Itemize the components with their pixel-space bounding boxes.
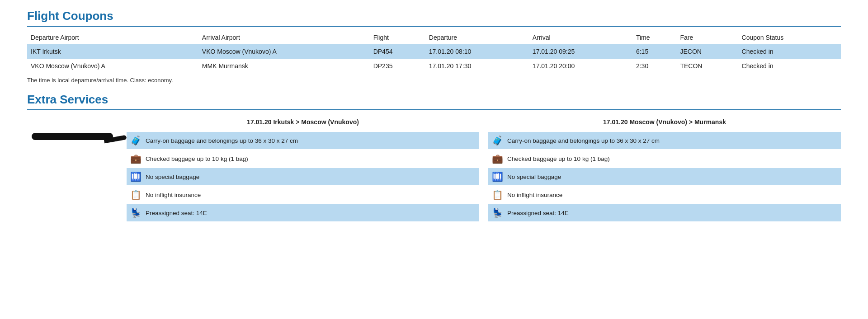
- service-row: 💼Checked baggage up to 10 kg (1 bag): [127, 150, 479, 167]
- service-column-1: 17.01.20 Moscow (Vnukovo) > Murmansk🧳Car…: [488, 115, 841, 222]
- service-text: No special baggage: [146, 174, 199, 180]
- col-time: Time: [632, 31, 677, 44]
- service-row: 📋No inflight insurance: [488, 186, 841, 203]
- flight-coupons-divider: [27, 26, 841, 27]
- col-flight: Flight: [370, 31, 425, 44]
- service-icon: 📋: [492, 189, 503, 200]
- service-icon: 💼: [492, 153, 503, 164]
- col-departure-airport: Departure Airport: [27, 31, 198, 44]
- flight-coupons-title: Flight Coupons: [27, 9, 841, 23]
- service-row: 🛄No special baggage: [488, 168, 841, 185]
- services-layout: 17.01.20 Irkutsk > Moscow (Vnukovo)🧳Carr…: [27, 115, 841, 222]
- service-row: 📋No inflight insurance: [127, 186, 479, 203]
- cell-6: JECON: [676, 44, 738, 59]
- service-col-header-0: 17.01.20 Irkutsk > Moscow (Vnukovo): [127, 115, 479, 129]
- cell-4: 17.01.20 20:00: [529, 59, 632, 73]
- service-icon: 💼: [130, 153, 141, 164]
- flight-coupons-table: Departure Airport Arrival Airport Flight…: [27, 31, 841, 73]
- service-icon: 📋: [130, 189, 141, 200]
- service-icon: 💺: [492, 207, 503, 218]
- service-column-0: 17.01.20 Irkutsk > Moscow (Vnukovo)🧳Carr…: [127, 115, 479, 222]
- table-row: VKO Moscow (Vnukovo) AMMK MurmanskDP2351…: [27, 59, 841, 73]
- service-text: No inflight insurance: [146, 192, 201, 198]
- service-row: 🧳Carry-on baggage and belongings up to 3…: [127, 132, 479, 149]
- redacted-name: [32, 133, 113, 140]
- service-text: Carry-on baggage and belongings up to 36…: [146, 137, 298, 144]
- extra-services-title: Extra Services: [27, 93, 841, 107]
- extra-services-divider: [27, 109, 841, 110]
- cell-5: 2:30: [632, 59, 677, 73]
- cell-6: TECON: [676, 59, 738, 73]
- cell-4: 17.01.20 09:25: [529, 44, 632, 59]
- cell-2: DP454: [370, 44, 425, 59]
- cell-7: Checked in: [738, 59, 841, 73]
- service-text: Carry-on baggage and belongings up to 36…: [507, 137, 660, 144]
- service-icon: 🧳: [130, 135, 141, 146]
- service-text: No inflight insurance: [507, 192, 562, 198]
- cell-1: MMK Murmansk: [198, 59, 370, 73]
- service-text: Checked baggage up to 10 kg (1 bag): [146, 155, 248, 162]
- service-col-header-1: 17.01.20 Moscow (Vnukovo) > Murmansk: [488, 115, 841, 129]
- services-columns: 17.01.20 Irkutsk > Moscow (Vnukovo)🧳Carr…: [127, 115, 841, 222]
- footnote: The time is local departure/arrival time…: [27, 77, 841, 84]
- cell-0: IKT Irkutsk: [27, 44, 198, 59]
- service-text: Checked baggage up to 10 kg (1 bag): [507, 155, 610, 162]
- service-icon: 🛄: [130, 171, 141, 182]
- table-row: IKT IrkutskVKO Moscow (Vnukovo) ADP45417…: [27, 44, 841, 59]
- cell-3: 17.01.20 08:10: [425, 44, 529, 59]
- service-text: Preassigned seat: 14E: [507, 210, 569, 216]
- col-arrival: Arrival: [529, 31, 632, 44]
- service-row: 💼Checked baggage up to 10 kg (1 bag): [488, 150, 841, 167]
- service-row: 💺Preassigned seat: 14E: [488, 204, 841, 221]
- cell-1: VKO Moscow (Vnukovo) A: [198, 44, 370, 59]
- service-row: 🛄No special baggage: [127, 168, 479, 185]
- service-icon: 🛄: [492, 171, 503, 182]
- service-icon: 💺: [130, 207, 141, 218]
- flight-coupons-section: Flight Coupons Departure Airport Arrival…: [27, 9, 841, 84]
- cell-0: VKO Moscow (Vnukovo) A: [27, 59, 198, 73]
- service-text: Preassigned seat: 14E: [146, 210, 207, 216]
- service-row: 🧳Carry-on baggage and belongings up to 3…: [488, 132, 841, 149]
- col-departure: Departure: [425, 31, 529, 44]
- passenger-label: [27, 115, 127, 222]
- cell-2: DP235: [370, 59, 425, 73]
- extra-services-section: Extra Services 17.01.20 Irkutsk > Moscow…: [27, 93, 841, 222]
- service-row: 💺Preassigned seat: 14E: [127, 204, 479, 221]
- cell-5: 6:15: [632, 44, 677, 59]
- table-header-row: Departure Airport Arrival Airport Flight…: [27, 31, 841, 44]
- cell-3: 17.01.20 17:30: [425, 59, 529, 73]
- service-icon: 🧳: [492, 135, 503, 146]
- col-arrival-airport: Arrival Airport: [198, 31, 370, 44]
- cell-7: Checked in: [738, 44, 841, 59]
- service-text: No special baggage: [507, 174, 561, 180]
- col-fare: Fare: [676, 31, 738, 44]
- col-coupon-status: Coupon Status: [738, 31, 841, 44]
